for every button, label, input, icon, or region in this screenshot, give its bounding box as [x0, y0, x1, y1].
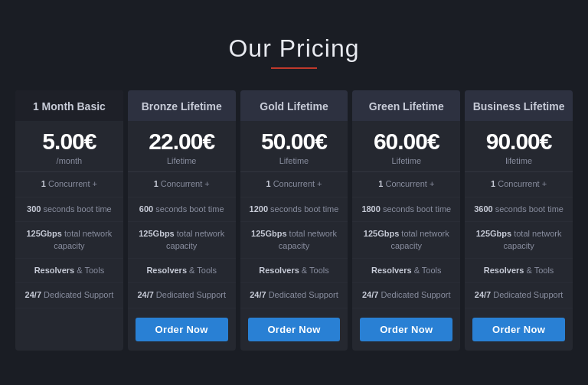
feature-resolvers-gold-lifetime: Resolvers & Tools	[240, 259, 348, 283]
feature-support-business-lifetime: 24/7 Dedicated Support	[465, 283, 573, 308]
feature-network-green-lifetime: 125Gbps total network capacity	[352, 222, 460, 259]
plan-price-green-lifetime: 60.00€	[360, 129, 452, 155]
plan-price-block-business-lifetime: 90.00€lifetime	[465, 121, 573, 172]
feature-concurrent-green-lifetime: 1 Concurrent +	[352, 172, 460, 197]
plan-footer-green-lifetime: Order Now	[352, 308, 460, 351]
plan-header-green-lifetime: Green Lifetime	[352, 90, 460, 121]
feature-support-1-month-basic: 24/7 Dedicated Support	[15, 283, 123, 308]
feature-boot-green-lifetime: 1800 seconds boot time	[352, 197, 460, 222]
order-button-green-lifetime[interactable]: Order Now	[360, 318, 452, 341]
plan-price-business-lifetime: 90.00€	[472, 129, 565, 155]
plan-features-business-lifetime: 1 Concurrent +3600 seconds boot time125G…	[465, 172, 573, 308]
feature-resolvers-bronze-lifetime: Resolvers & Tools	[128, 259, 236, 283]
plan-name-1-month-basic: 1 Month Basic	[23, 100, 116, 113]
feature-network-gold-lifetime: 125Gbps total network capacity	[240, 222, 348, 259]
plan-price-1-month-basic: 5.00€	[23, 129, 116, 155]
plan-name-gold-lifetime: Gold Lifetime	[248, 100, 341, 113]
page-title: Our Pricing	[228, 34, 359, 63]
plan-footer-bronze-lifetime: Order Now	[128, 308, 236, 351]
plan-name-bronze-lifetime: Bronze Lifetime	[136, 100, 228, 113]
plan-price-bronze-lifetime: 22.00€	[136, 129, 228, 155]
feature-network-business-lifetime: 125Gbps total network capacity	[465, 222, 573, 259]
plan-card-bronze-lifetime: Bronze Lifetime22.00€Lifetime1 Concurren…	[128, 90, 236, 351]
feature-resolvers-green-lifetime: Resolvers & Tools	[352, 259, 460, 283]
plan-card-green-lifetime: Green Lifetime60.00€Lifetime1 Concurrent…	[352, 90, 460, 351]
feature-boot-gold-lifetime: 1200 seconds boot time	[240, 197, 348, 222]
feature-concurrent-bronze-lifetime: 1 Concurrent +	[128, 172, 236, 197]
plan-price-sub-bronze-lifetime: Lifetime	[136, 156, 228, 165]
plan-name-green-lifetime: Green Lifetime	[360, 100, 452, 113]
plan-features-gold-lifetime: 1 Concurrent +1200 seconds boot time125G…	[240, 172, 348, 308]
plan-name-business-lifetime: Business Lifetime	[472, 100, 565, 113]
plan-footer-business-lifetime: Order Now	[465, 308, 573, 351]
plan-price-sub-1-month-basic: /month	[23, 156, 116, 165]
plan-price-block-green-lifetime: 60.00€Lifetime	[352, 121, 460, 172]
feature-network-bronze-lifetime: 125Gbps total network capacity	[128, 222, 236, 259]
feature-concurrent-gold-lifetime: 1 Concurrent +	[240, 172, 348, 197]
plan-price-gold-lifetime: 50.00€	[248, 129, 341, 155]
title-divider	[271, 67, 317, 69]
plan-footer-1-month-basic	[15, 332, 123, 351]
feature-support-green-lifetime: 24/7 Dedicated Support	[352, 283, 460, 308]
feature-support-bronze-lifetime: 24/7 Dedicated Support	[128, 283, 236, 308]
plan-card-business-lifetime: Business Lifetime90.00€lifetime1 Concurr…	[465, 90, 573, 351]
feature-network-1-month-basic: 125Gbps total network capacity	[15, 222, 123, 259]
plan-header-1-month-basic: 1 Month Basic	[15, 90, 123, 121]
plan-card-gold-lifetime: Gold Lifetime50.00€Lifetime1 Concurrent …	[240, 90, 348, 351]
plan-features-green-lifetime: 1 Concurrent +1800 seconds boot time125G…	[352, 172, 460, 308]
pricing-grid: 1 Month Basic5.00€/month1 Concurrent +30…	[15, 90, 573, 351]
plan-header-bronze-lifetime: Bronze Lifetime	[128, 90, 236, 121]
plan-price-sub-green-lifetime: Lifetime	[360, 156, 452, 165]
order-button-gold-lifetime[interactable]: Order Now	[248, 318, 341, 341]
plan-features-bronze-lifetime: 1 Concurrent +600 seconds boot time125Gb…	[128, 172, 236, 308]
plan-price-sub-gold-lifetime: Lifetime	[248, 156, 341, 165]
plan-price-sub-business-lifetime: lifetime	[472, 156, 565, 165]
feature-boot-1-month-basic: 300 seconds boot time	[15, 197, 123, 222]
feature-concurrent-1-month-basic: 1 Concurrent +	[15, 172, 123, 197]
feature-boot-bronze-lifetime: 600 seconds boot time	[128, 197, 236, 222]
plan-header-gold-lifetime: Gold Lifetime	[240, 90, 348, 121]
plan-footer-gold-lifetime: Order Now	[240, 308, 348, 351]
plan-price-block-1-month-basic: 5.00€/month	[15, 121, 123, 172]
plan-header-business-lifetime: Business Lifetime	[465, 90, 573, 121]
order-button-bronze-lifetime[interactable]: Order Now	[136, 318, 228, 341]
plan-card-1-month-basic: 1 Month Basic5.00€/month1 Concurrent +30…	[15, 90, 123, 351]
plan-price-block-bronze-lifetime: 22.00€Lifetime	[128, 121, 236, 172]
plan-price-block-gold-lifetime: 50.00€Lifetime	[240, 121, 348, 172]
order-button-business-lifetime[interactable]: Order Now	[472, 318, 565, 341]
plan-features-1-month-basic: 1 Concurrent +300 seconds boot time125Gb…	[15, 172, 123, 331]
feature-support-gold-lifetime: 24/7 Dedicated Support	[240, 283, 348, 308]
feature-resolvers-1-month-basic: Resolvers & Tools	[15, 259, 123, 283]
feature-resolvers-business-lifetime: Resolvers & Tools	[465, 259, 573, 283]
feature-boot-business-lifetime: 3600 seconds boot time	[465, 197, 573, 222]
feature-concurrent-business-lifetime: 1 Concurrent +	[465, 172, 573, 197]
